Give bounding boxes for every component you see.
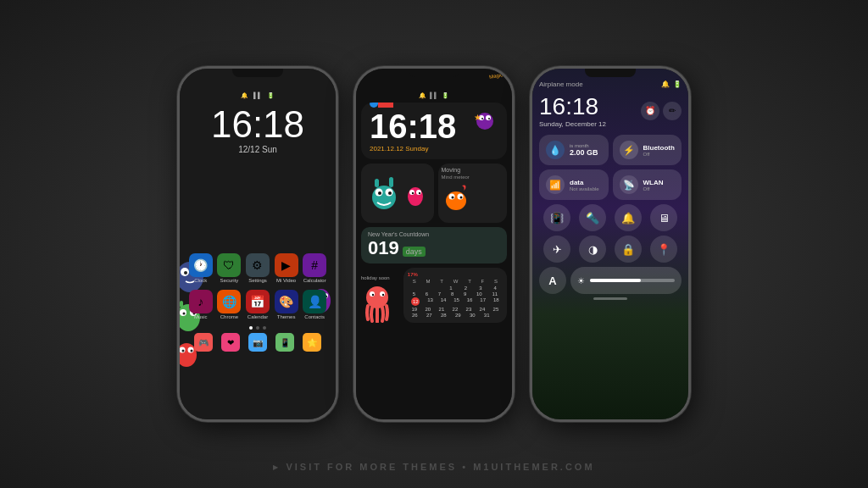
- wifi-icon: 📡: [620, 175, 638, 194]
- cc-bottom-row: A ☀: [539, 267, 682, 294]
- phone2-vol-down-btn[interactable]: [353, 160, 355, 184]
- app-chrome[interactable]: 🌐 Chrome: [217, 290, 241, 319]
- svg-point-39: [446, 191, 466, 210]
- svg-point-30: [378, 191, 381, 195]
- cc-data-tile[interactable]: 💧 is month 2.00 GB: [539, 135, 609, 165]
- mobile-data-sub: Not available: [570, 186, 602, 191]
- cal-week-4: 19202122232425: [408, 307, 503, 312]
- app-contacts[interactable]: 👤 Contacts: [303, 290, 326, 319]
- vibrate-button[interactable]: 📳: [543, 204, 570, 231]
- lock-button[interactable]: 🔒: [615, 236, 642, 263]
- svg-point-48: [382, 294, 384, 296]
- p3-battery-icon: 🔋: [673, 80, 682, 88]
- phone3: Airplane mode 🔔 🔋 16:18 Sunday, December…: [530, 66, 691, 422]
- holiday-section: holiday soon: [361, 268, 399, 323]
- p2-battery-icon: 🔋: [442, 92, 449, 99]
- svg-point-42: [451, 197, 453, 199]
- svg-point-25: [481, 118, 483, 119]
- svg-point-45: [370, 291, 375, 297]
- phone3-time: 16:18: [539, 93, 606, 120]
- pink-monster-icon: [405, 180, 426, 207]
- p3-bell-icon: 🔔: [661, 80, 670, 88]
- phone3-vol-down-btn[interactable]: [530, 160, 531, 184]
- dot-1: [249, 326, 253, 330]
- phones-container: 🔔 ▌▌ 🔋 16:18 12/12 Sun: [177, 66, 691, 422]
- signal-bars-icon: 📶: [546, 175, 565, 194]
- dock-icon-5[interactable]: 🌟: [303, 333, 321, 352]
- phone2: 🔔 ▌▌ 🔋: [353, 66, 515, 422]
- phone1-screen: 🔔 ▌▌ 🔋 16:18 12/12 Sun: [180, 69, 336, 419]
- screen-cast-button[interactable]: 🖥: [650, 204, 677, 231]
- cc-wlan-tile[interactable]: 📡 WLAN Off: [613, 169, 682, 200]
- squid-monster-icon: [361, 282, 393, 323]
- auto-brightness-button[interactable]: ◑: [579, 236, 606, 263]
- svg-point-31: [388, 191, 392, 195]
- cc-mobile-data-tile[interactable]: 📶 data Not available: [539, 169, 609, 200]
- app-calendar[interactable]: 📅 Calendar: [246, 290, 270, 319]
- cc-round-controls-1: 📳 🔦 🔔 🖥: [539, 204, 682, 231]
- airplane-button[interactable]: ✈: [543, 236, 570, 263]
- phone1-vol-up-btn[interactable]: [177, 128, 179, 152]
- countdown-number: 019: [368, 237, 399, 259]
- app-mivideo[interactable]: ▶ Mi Video: [275, 253, 298, 283]
- phone3-time-row: 16:18 Sunday, December 12 ⏰ ✏: [539, 93, 682, 128]
- phone1-vol-down-btn[interactable]: [177, 160, 179, 184]
- moving-widget: Moving Mind meteor: [438, 164, 508, 223]
- bell-icon: 🔔: [241, 92, 248, 99]
- app-themes[interactable]: 🎨 Themes: [275, 290, 298, 319]
- svg-point-38: [419, 192, 420, 194]
- cal-week-2: 567891011: [408, 291, 503, 297]
- app-music[interactable]: ♪ Music: [189, 290, 213, 319]
- countdown-title: New Year's Countdown: [368, 231, 500, 237]
- bottom-dock-monsters: 🎮 ❤ 📷 📱 🌟: [186, 333, 329, 352]
- cc-tiles-grid: 💧 is month 2.00 GB ⚡ Bluetooth Off: [539, 135, 682, 200]
- dock-icon-3[interactable]: 📷: [248, 333, 267, 352]
- app-calculator[interactable]: # Calculator: [303, 253, 326, 283]
- home-indicator[interactable]: [593, 297, 627, 300]
- a-button[interactable]: A: [539, 267, 566, 294]
- phone1-power-btn[interactable]: [337, 136, 338, 170]
- location-button[interactable]: 📍: [650, 236, 677, 263]
- red-blob-decor: [378, 103, 393, 108]
- calendar-month-header: 17%: [408, 272, 503, 277]
- svg-point-34: [408, 187, 423, 206]
- countdown-days-label: days: [403, 247, 426, 257]
- calendar-header: SMTWTFS: [408, 279, 503, 284]
- countdown-widget: New Year's Countdown 019 days: [361, 227, 507, 263]
- phone2-power-btn[interactable]: [513, 136, 515, 170]
- svg-point-26: [488, 118, 490, 119]
- phone2-vol-up-btn[interactable]: [353, 128, 355, 152]
- clock-widget: 16:18 ★ 2021.12.12 Sunday: [361, 103, 507, 159]
- dock-icon-1[interactable]: 🎮: [194, 333, 213, 352]
- star-decor: ★: [474, 113, 481, 122]
- phone1-date: 12/12 Sun: [188, 145, 327, 154]
- phone3-power-btn[interactable]: [689, 136, 691, 170]
- phone1-apps: 🕐 Clock 🛡 Security ⚙ Settings ▶ Mi Video: [180, 253, 336, 352]
- bluetooth-sub: Off: [643, 152, 676, 157]
- svg-point-36: [416, 190, 421, 195]
- data-value: 2.00 GB: [570, 148, 602, 157]
- alarm-icon[interactable]: ⏰: [641, 102, 659, 120]
- brightness-slider[interactable]: ☀: [570, 267, 682, 294]
- app-security[interactable]: 🛡 Security: [217, 253, 241, 283]
- phone1-time: 16:18: [188, 106, 327, 143]
- dot-2: [256, 326, 259, 330]
- dock-icon-4[interactable]: 📱: [275, 333, 294, 352]
- moving-label: Moving: [442, 167, 504, 173]
- phone3-vol-up-btn[interactable]: [530, 128, 531, 152]
- phone1-app-row2: ♪ Music 🌐 Chrome 📅 Calendar 🎨 Themes: [186, 290, 329, 319]
- battery-icon: 🔋: [267, 92, 275, 99]
- app-themes-label: Themes: [277, 314, 296, 319]
- app-clock[interactable]: 🕐 Clock: [189, 253, 213, 283]
- bell-button[interactable]: 🔔: [615, 204, 642, 231]
- svg-point-43: [459, 197, 462, 199]
- cc-bluetooth-tile[interactable]: ⚡ Bluetooth Off: [613, 135, 682, 165]
- phone3-screen: Airplane mode 🔔 🔋 16:18 Sunday, December…: [532, 69, 688, 419]
- orange-monster-icon: [442, 182, 470, 211]
- signal-icon: ▌▌: [253, 92, 262, 99]
- widget-monsters-row: Magic✨ Moving Mind meteor: [361, 164, 507, 223]
- torch-button[interactable]: 🔦: [579, 204, 606, 231]
- edit-icon[interactable]: ✏: [663, 102, 682, 120]
- app-settings[interactable]: ⚙ Settings: [246, 253, 270, 283]
- dock-icon-2[interactable]: ❤: [221, 333, 240, 352]
